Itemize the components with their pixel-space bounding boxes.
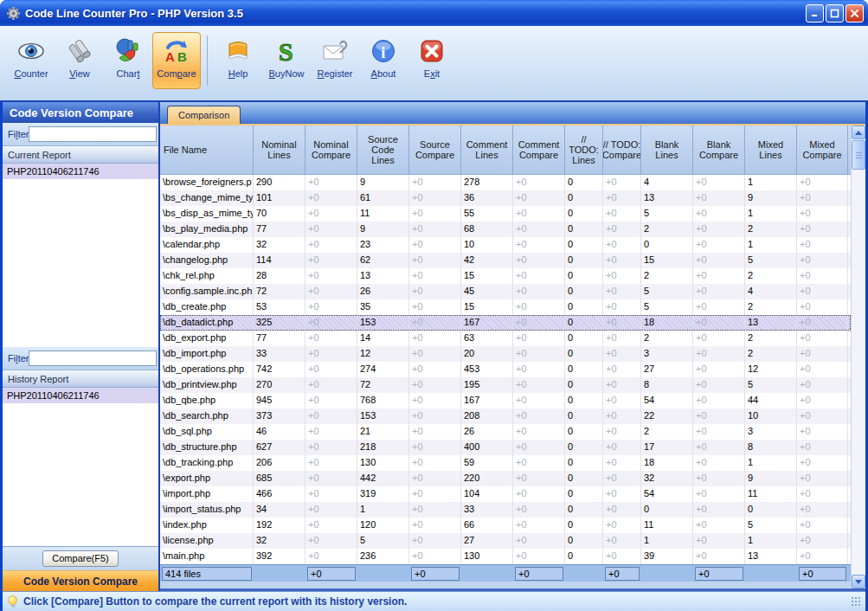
column-header[interactable]: Nominal Lines bbox=[254, 125, 305, 174]
table-row[interactable]: \changelog.php114+062+042+00+015+05+0 bbox=[160, 253, 851, 268]
table-cell: \export.php bbox=[160, 471, 254, 486]
table-cell: 2 bbox=[745, 268, 797, 284]
table-cell: +0 bbox=[797, 331, 848, 346]
table-row[interactable]: \db_printview.php270+072+0195+00+08+05+0 bbox=[160, 377, 851, 393]
table-row[interactable]: \db_create.php53+035+015+00+05+02+0 bbox=[160, 299, 851, 315]
table-cell: 15 bbox=[461, 299, 513, 315]
toolbar-button-about[interactable]: i About bbox=[359, 32, 408, 89]
table-cell: 400 bbox=[461, 440, 513, 455]
table-row[interactable]: \db_operations.php742+0274+0453+00+027+0… bbox=[160, 362, 851, 377]
table-row[interactable]: \import_status.php34+01+033+00+00+00+0 bbox=[160, 502, 851, 518]
toolbar-button-exit[interactable]: Exit bbox=[408, 32, 456, 89]
table-cell: 12 bbox=[745, 362, 797, 377]
scroll-up-button[interactable] bbox=[852, 125, 865, 139]
toolbar-button-help[interactable]: Help bbox=[214, 32, 262, 89]
column-header[interactable]: File Name bbox=[160, 125, 254, 174]
table-cell: +0 bbox=[513, 331, 565, 346]
table-row[interactable]: \db_tracking.php206+0130+059+00+018+01+0 bbox=[160, 455, 851, 471]
column-header[interactable]: Blank Compare bbox=[693, 125, 745, 174]
table-cell: +0 bbox=[693, 315, 745, 331]
column-header[interactable]: Source Code Lines bbox=[357, 125, 409, 174]
report-item[interactable]: PHP20110406211746 bbox=[3, 388, 158, 403]
table-cell: 274 bbox=[357, 362, 409, 377]
table-cell: 0 bbox=[565, 284, 603, 299]
table-cell: +0 bbox=[693, 175, 745, 190]
history-filter-label: Filter bbox=[8, 353, 29, 363]
table-cell: 1 bbox=[745, 533, 797, 549]
table-row[interactable]: \license.php32+05+027+00+01+01+0 bbox=[160, 533, 851, 549]
table-row[interactable]: \index.php192+0120+066+00+011+05+0 bbox=[160, 518, 851, 533]
table-row[interactable]: \db_datadict.php325+0153+0167+00+018+013… bbox=[160, 315, 851, 331]
column-header[interactable]: Mixed Lines bbox=[745, 125, 797, 174]
column-header[interactable]: // TODO: Compare bbox=[603, 125, 641, 174]
table-row[interactable]: \bs_disp_as_mime_ty70+011+055+00+05+01+0 bbox=[160, 206, 851, 222]
table-row[interactable]: \db_export.php77+014+063+00+02+02+0 bbox=[160, 331, 851, 346]
table-cell: +0 bbox=[797, 346, 848, 362]
toolbar-separator bbox=[207, 35, 208, 86]
vertical-scrollbar[interactable] bbox=[851, 125, 865, 588]
table-cell: \bs_change_mime_typ bbox=[160, 190, 254, 206]
column-header[interactable]: Comment Compare bbox=[513, 125, 565, 174]
table-row[interactable]: \calendar.php32+023+010+00+00+01+0 bbox=[160, 237, 851, 253]
table-cell: +0 bbox=[409, 502, 461, 518]
report-item[interactable]: PHP20110406211746 bbox=[3, 164, 158, 179]
table-row[interactable]: \db_sql.php46+021+026+00+02+03+0 bbox=[160, 424, 851, 440]
footer-cell bbox=[565, 565, 603, 582]
table-row[interactable]: \import.php466+0319+0104+00+054+011+0 bbox=[160, 486, 851, 502]
current-report-header: Current Report bbox=[3, 146, 158, 164]
table-row[interactable]: \bs_play_media.php77+09+068+00+02+02+0 bbox=[160, 222, 851, 237]
table-row[interactable]: \chk_rel.php28+013+015+00+02+02+0 bbox=[160, 268, 851, 284]
column-header[interactable]: Mixed Compare bbox=[797, 125, 848, 174]
current-filter-input[interactable] bbox=[29, 126, 157, 142]
history-filter-input[interactable] bbox=[29, 351, 157, 366]
column-header[interactable]: // TODO: Lines bbox=[565, 125, 603, 174]
compare-f5-button[interactable]: Compare(F5) bbox=[42, 550, 118, 567]
scroll-down-button[interactable] bbox=[852, 575, 865, 588]
toolbar-button-buynow[interactable]: S BuyNow bbox=[262, 32, 311, 89]
tab-bar: Comparison bbox=[160, 102, 865, 124]
toolbar-button-view[interactable]: View bbox=[55, 32, 104, 89]
tab-comparison[interactable]: Comparison bbox=[167, 106, 241, 124]
table-cell: +0 bbox=[693, 486, 745, 502]
table-row[interactable]: \config.sample.inc.ph72+026+045+00+05+04… bbox=[160, 284, 851, 299]
table-row[interactable]: \db_qbe.php945+0768+0167+00+054+044+0 bbox=[160, 393, 851, 408]
toolbar: Counter View Chart AB Compare Help S bbox=[0, 26, 868, 102]
table-row[interactable]: \db_search.php373+0153+0208+00+022+010+0 bbox=[160, 408, 851, 424]
toolbar-button-compare[interactable]: AB Compare bbox=[152, 32, 201, 89]
table-cell: +0 bbox=[693, 362, 745, 377]
column-header[interactable]: Nominal Compare bbox=[305, 125, 357, 174]
close-button[interactable] bbox=[845, 4, 864, 23]
table-cell: +0 bbox=[603, 533, 641, 549]
toolbar-button-counter[interactable]: Counter bbox=[7, 32, 55, 89]
column-header[interactable]: Comment Lines bbox=[461, 125, 513, 174]
sidebar-footer-bar[interactable]: Code Version Compare bbox=[3, 570, 158, 591]
table-row[interactable]: \main.php392+0236+0130+00+039+013+0 bbox=[160, 549, 851, 564]
table-cell: +0 bbox=[513, 549, 565, 564]
table-cell: +0 bbox=[409, 393, 461, 408]
toolbar-button-chart[interactable]: Chart bbox=[104, 32, 152, 89]
column-header[interactable]: Source Compare bbox=[409, 125, 461, 174]
table-row[interactable]: \bs_change_mime_typ101+061+036+00+013+09… bbox=[160, 190, 851, 206]
minimize-button[interactable] bbox=[806, 4, 824, 23]
table-cell: +0 bbox=[603, 299, 641, 315]
table-cell: 5 bbox=[357, 533, 409, 549]
table-cell: 26 bbox=[461, 424, 513, 440]
table-row[interactable]: \export.php685+0442+0220+00+032+09+0 bbox=[160, 471, 851, 486]
table-row[interactable]: \db_structure.php627+0218+0400+00+017+08… bbox=[160, 440, 851, 455]
scrollbar-track[interactable] bbox=[852, 170, 865, 575]
toolbar-button-register[interactable]: Register bbox=[311, 32, 359, 89]
resize-grip[interactable] bbox=[858, 597, 860, 606]
table-cell: 685 bbox=[254, 471, 305, 486]
maximize-button[interactable] bbox=[826, 4, 844, 23]
table-cell: 2 bbox=[745, 331, 797, 346]
minimize-icon bbox=[810, 9, 820, 18]
table-cell: 32 bbox=[641, 471, 693, 486]
table-row[interactable]: \db_import.php33+012+020+00+03+02+0 bbox=[160, 346, 851, 362]
table-cell: +0 bbox=[409, 518, 461, 533]
table-row[interactable]: \browse_foreigners.p290+09+0278+00+04+01… bbox=[160, 175, 851, 190]
table-cell: 68 bbox=[461, 222, 513, 237]
column-header[interactable]: Blank Lines bbox=[641, 125, 693, 174]
compare-total-box: +0 bbox=[515, 567, 563, 581]
scrollbar-thumb[interactable] bbox=[852, 140, 865, 170]
footer-cell bbox=[254, 565, 305, 582]
